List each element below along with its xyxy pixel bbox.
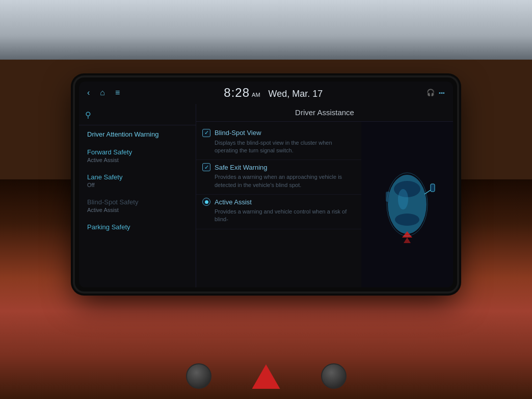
sidebar-item-driver-attention-label: Driver Attention Warning (87, 130, 188, 138)
audio-status-icon: 🎧 (427, 89, 435, 96)
hazard-button[interactable] (252, 364, 280, 389)
option-active-assist-header: Active Assist (202, 198, 355, 206)
active-assist-desc: Provides a warning and vehicle control w… (202, 208, 355, 224)
sidebar-item-lane-safety-label: Lane Safety (87, 173, 188, 181)
content-title: Driver Assistance (295, 108, 354, 117)
sidebar-item-lane-safety-subtitle: Off (87, 182, 188, 188)
content-header: Driver Assistance (196, 104, 453, 122)
nav-icons: ‹ ⌂ ≡ (87, 88, 120, 97)
option-safe-exit-warning[interactable]: Safe Exit Warning Provides a warning whe… (196, 160, 361, 195)
options-list: Blind-Spot View Displays the blind-spot … (196, 122, 361, 287)
car-roof (0, 0, 532, 60)
svg-rect-6 (431, 184, 435, 192)
option-active-assist[interactable]: Active Assist Provides a warning and veh… (196, 195, 361, 229)
sidebar-item-lane-safety[interactable]: Lane Safety Off (79, 168, 196, 193)
clock-date: Wed, Mar. 17 (269, 89, 323, 99)
option-blind-spot-view-header: Blind-Spot View (202, 129, 355, 137)
home-icon[interactable]: ⌂ (100, 88, 105, 97)
top-bar: ‹ ⌂ ≡ 8:28 AM Wed, Mar. 17 🎧 ▪▪▪ (79, 82, 453, 104)
sidebar-item-parking-safety-label: Parking Safety (87, 223, 188, 231)
sidebar-item-driver-attention[interactable]: Driver Attention Warning (79, 125, 196, 143)
hazard-area (252, 364, 280, 389)
active-assist-label: Active Assist (215, 198, 252, 206)
right-control-knob[interactable] (321, 363, 347, 389)
infotainment-screen: ‹ ⌂ ≡ 8:28 AM Wed, Mar. 17 🎧 ▪▪▪ ⚲ (79, 82, 453, 287)
sidebar-item-forward-safety[interactable]: Forward Safety Active Assist (79, 143, 196, 168)
sidebar-item-blind-spot-safety-label: Blind-Spot Safety (87, 198, 188, 206)
blind-spot-view-label: Blind-Spot View (215, 129, 261, 137)
sidebar-item-forward-safety-label: Forward Safety (87, 148, 188, 156)
infotainment-screen-bezel: ‹ ⌂ ≡ 8:28 AM Wed, Mar. 17 🎧 ▪▪▪ ⚲ (75, 77, 457, 291)
search-icon: ⚲ (85, 110, 91, 120)
status-icons: 🎧 ▪▪▪ (427, 89, 445, 96)
search-bar[interactable]: ⚲ (79, 108, 196, 125)
signal-status-icon: ▪▪▪ (439, 90, 445, 96)
svg-point-3 (398, 189, 408, 209)
sidebar-item-parking-safety[interactable]: Parking Safety (79, 218, 196, 236)
main-content: ⚲ Driver Attention Warning Forward Safet… (79, 104, 453, 287)
option-blind-spot-view[interactable]: Blind-Spot View Displays the blind-spot … (196, 126, 361, 161)
sidebar: ⚲ Driver Attention Warning Forward Safet… (79, 104, 196, 287)
option-safe-exit-warning-header: Safe Exit Warning (202, 163, 355, 171)
safe-exit-warning-label: Safe Exit Warning (215, 164, 268, 171)
safe-exit-warning-checkbox[interactable] (202, 163, 210, 171)
blind-spot-view-checkbox[interactable] (202, 129, 210, 137)
sidebar-item-forward-safety-subtitle: Active Assist (87, 157, 188, 163)
car-illustration (361, 122, 453, 287)
clock-ampm: AM (252, 92, 260, 98)
active-assist-radio[interactable] (202, 198, 210, 206)
left-control-knob[interactable] (186, 363, 211, 389)
blind-spot-view-desc: Displays the blind-spot view in the clus… (202, 139, 355, 155)
clock-time: 8:28 (224, 86, 250, 100)
car-svg (366, 153, 448, 255)
svg-point-2 (395, 214, 419, 226)
sidebar-item-blind-spot-safety[interactable]: Blind-Spot Safety Active Assist (79, 193, 196, 218)
svg-marker-8 (404, 237, 411, 243)
content-body: Blind-Spot View Displays the blind-spot … (196, 122, 453, 287)
safe-exit-warning-desc: Provides a warning when an approaching v… (202, 173, 355, 189)
sidebar-item-blind-spot-safety-subtitle: Active Assist (87, 207, 188, 213)
back-icon[interactable]: ‹ (87, 88, 90, 97)
menu-icon[interactable]: ≡ (115, 88, 120, 97)
clock-area: 8:28 AM Wed, Mar. 17 (224, 86, 323, 100)
content-area: Driver Assistance Blind-Spot View Displa… (196, 104, 453, 287)
